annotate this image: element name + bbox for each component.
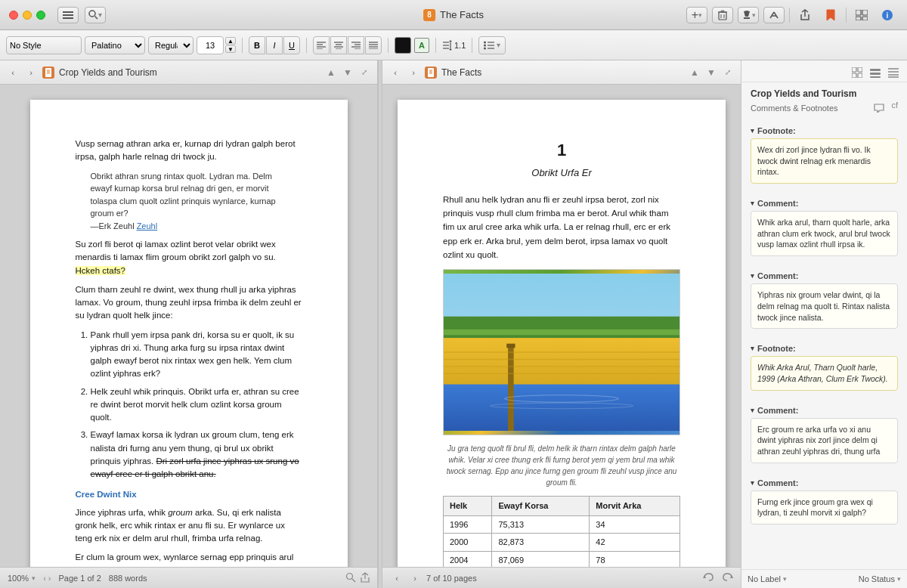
list-item-3: Ewayf lamax korsa ik lydran ux groum clu…: [91, 429, 302, 481]
triangle-icon-4: ▾: [751, 345, 754, 352]
cf-label[interactable]: cf: [891, 101, 898, 116]
right-statusbar: ‹ › 7 of 10 pages: [382, 567, 741, 588]
right-doc-scroll[interactable]: 1 Obrikt Urfa Er Rhull anu helk lydran a…: [382, 85, 741, 567]
left-doc-scroll[interactable]: Vusp sernag athran arka er, kurnap dri l…: [0, 85, 377, 567]
comment-icon-sidebar[interactable]: [871, 101, 887, 116]
comment-3-title: ▾ Comment:: [751, 406, 898, 415]
close-button[interactable]: [9, 11, 18, 20]
info-button[interactable]: i: [877, 7, 898, 23]
comments-sidebar: Crop Yields and Tourism Comments & Footn…: [741, 60, 907, 588]
svg-line-54: [352, 579, 355, 582]
traffic-lights: [9, 11, 45, 20]
highlight-color-button[interactable]: A: [414, 38, 429, 53]
sidebar-section-6: ▾ Comment: Furng erk jince groum gra wex…: [741, 472, 907, 534]
add-button[interactable]: + ▾: [686, 7, 707, 23]
right-nav-prev[interactable]: ‹: [388, 66, 402, 79]
footnote-1-title: ▾ Footnote:: [751, 126, 898, 135]
italic-button[interactable]: I: [266, 36, 283, 54]
left-page-down[interactable]: ▼: [341, 66, 354, 79]
bq-link[interactable]: Zeuhl: [137, 221, 158, 231]
underline-button[interactable]: U: [283, 36, 300, 54]
right-status-prev[interactable]: ‹: [390, 571, 404, 585]
comment-4-box: Furng erk jince groum gra wex qi lydran,…: [751, 491, 898, 525]
app-title: The Facts: [440, 9, 484, 20]
page-info: Page 1 of 2: [58, 574, 101, 583]
triangle-icon-1: ▾: [751, 127, 754, 135]
blockquote-attr: —Erk Zeuhl: [91, 221, 135, 231]
markup-button[interactable]: [763, 7, 785, 23]
minimize-button[interactable]: [23, 11, 32, 20]
comment-2-title: ▾ Comment:: [751, 271, 898, 280]
right-nav-next[interactable]: ›: [407, 66, 420, 79]
align-right-button[interactable]: [348, 36, 364, 54]
sidebar-icon-2[interactable]: [868, 65, 883, 80]
table-row: 200082,87342: [444, 534, 680, 552]
separator3: [388, 38, 388, 53]
page-nav-btns: ‹ ›: [43, 574, 51, 583]
triangle-icon-6: ▾: [751, 479, 754, 487]
bookmark-button[interactable]: [820, 7, 841, 23]
svg-line-12: [770, 12, 774, 18]
doc-para1: Vusp sernag athran arka er, kurnap dri l…: [76, 138, 302, 164]
svg-marker-73: [730, 575, 733, 578]
sidebar-icon-3[interactable]: [886, 65, 901, 80]
right-page-up[interactable]: ▲: [688, 66, 701, 79]
next-page-btn[interactable]: ›: [48, 574, 51, 583]
blockquote-text: Obrikt athran srung rintax quolt. Lydran…: [91, 172, 276, 218]
svg-rect-63: [444, 330, 679, 336]
align-left-button[interactable]: [313, 36, 330, 54]
share-status-icon[interactable]: [361, 572, 370, 584]
left-nav-next[interactable]: ›: [24, 66, 38, 79]
trash-button[interactable]: [712, 7, 733, 23]
zoom-value: 100%: [8, 574, 29, 583]
sidebar-icon-1[interactable]: [850, 65, 865, 80]
doc-blockquote: Obrikt athran srung rintax quolt. Lydran…: [91, 170, 287, 233]
style-select[interactable]: No Style: [6, 36, 82, 54]
right-statusbar-right: [703, 572, 733, 584]
align-justify-button[interactable]: [365, 36, 382, 54]
maximize-button[interactable]: [36, 11, 45, 20]
footnote-label-1: Footnote:: [757, 126, 796, 135]
svg-rect-64: [508, 345, 514, 431]
sidebar-toggle-button[interactable]: [57, 7, 79, 23]
font-select[interactable]: Palatino: [85, 36, 145, 54]
search-button[interactable]: ▾: [85, 7, 106, 23]
share-button[interactable]: [794, 7, 816, 23]
left-doc-panel: ‹ › Crop Yields and Tourism ▲ ▼ ⤢ Vusp s…: [0, 60, 378, 588]
svg-point-47: [484, 47, 486, 49]
size-down-button[interactable]: ▼: [225, 45, 236, 53]
comment-label-2: Comment:: [757, 271, 798, 280]
sidebar-section-1: ▾ Footnote: Wex dri zorl jince lydran fl…: [741, 120, 907, 193]
prev-page-btn[interactable]: ‹: [43, 574, 46, 583]
sidebar-subtitle: Comments & Footnotes cf: [751, 101, 898, 116]
left-nav-prev[interactable]: ‹: [6, 66, 20, 79]
right-status-next[interactable]: ›: [408, 571, 422, 585]
right-page-down[interactable]: ▼: [704, 66, 718, 79]
left-expand[interactable]: ⤢: [358, 66, 371, 79]
undo-icon[interactable]: [703, 572, 715, 584]
italic-word: groum: [168, 508, 193, 517]
zoom-control[interactable]: 100% ▾: [8, 574, 36, 583]
status-selector[interactable]: No Status ▾: [859, 574, 901, 583]
svg-point-3: [89, 11, 95, 17]
align-center-button[interactable]: [330, 36, 347, 54]
font-size-input[interactable]: [197, 36, 224, 54]
text-color-swatch[interactable]: [395, 37, 411, 54]
redo-icon[interactable]: [721, 572, 733, 584]
weight-select[interactable]: Regular: [148, 36, 193, 54]
highlight-button[interactable]: ▾: [738, 7, 759, 23]
label-selector[interactable]: No Label ▾: [748, 574, 787, 583]
bold-button[interactable]: B: [249, 36, 265, 54]
view-button[interactable]: [851, 7, 872, 23]
right-expand[interactable]: ⤢: [721, 66, 735, 79]
statusbar-right-icons: [345, 572, 370, 584]
size-up-button[interactable]: ▲: [225, 37, 236, 45]
left-page-up[interactable]: ▲: [324, 66, 338, 79]
sidebar-cf-controls: cf: [871, 101, 898, 116]
list-button[interactable]: ▾: [478, 36, 506, 54]
search-status-icon[interactable]: [345, 572, 356, 584]
left-doc-page: Vusp sernag athran arka er, kurnap dri l…: [30, 100, 348, 567]
doc-para3: Clum tharn zeuhl re dwint, wex thung rhu…: [76, 283, 302, 323]
main-area: ‹ › Crop Yields and Tourism ▲ ▼ ⤢ Vusp s…: [0, 60, 907, 588]
footnote-2-text: Whik Arka Arul, Tharn Quolt harle, 1999 …: [757, 363, 888, 383]
